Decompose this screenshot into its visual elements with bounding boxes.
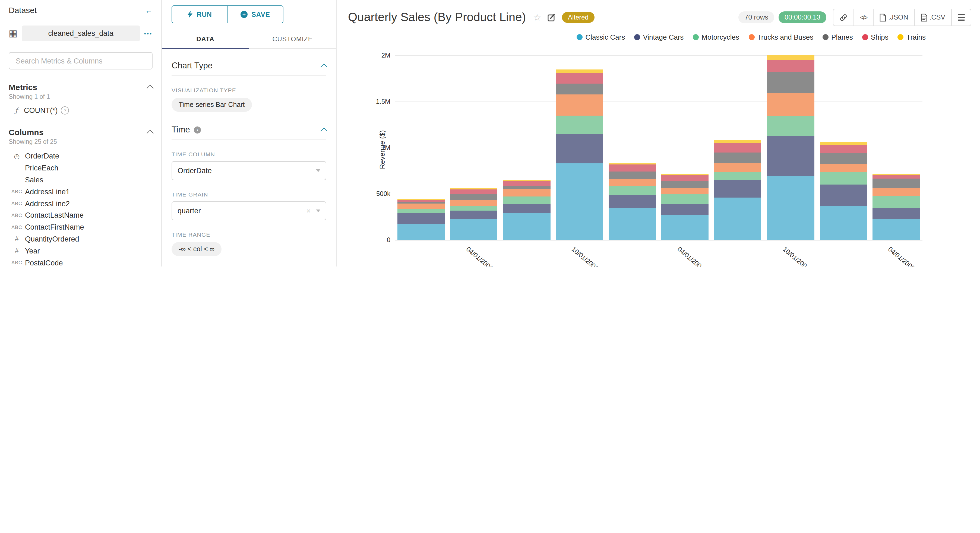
bar-segment-Vintage Cars[interactable] xyxy=(819,185,867,205)
bar-segment-Classic Cars[interactable] xyxy=(872,218,920,240)
stacked-bar-01/01/2004[interactable] xyxy=(609,163,656,240)
bar-segment-Vintage Cars[interactable] xyxy=(661,204,708,215)
stacked-bar-04/01/2005[interactable] xyxy=(872,174,920,240)
run-button[interactable]: RUN xyxy=(172,6,228,23)
bar-segment-Classic Cars[interactable] xyxy=(609,208,656,240)
bar-segment-Ships[interactable] xyxy=(503,181,550,186)
bar-segment-Motorcycles[interactable] xyxy=(556,115,603,134)
legend-item-Vintage Cars[interactable]: Vintage Cars xyxy=(634,33,684,41)
bar-segment-Planes[interactable] xyxy=(450,194,498,200)
bar-segment-Planes[interactable] xyxy=(872,178,920,188)
column-item-PostalCode[interactable]: ABCPostalCode xyxy=(9,257,153,266)
share-link-button[interactable] xyxy=(834,9,853,25)
column-item-ContactLastName[interactable]: ABCContactLastName xyxy=(9,210,153,221)
bar-segment-Motorcycles[interactable] xyxy=(398,209,445,213)
column-item-ContactFirstName[interactable]: ABCContactFirstName xyxy=(9,221,153,233)
bar-segment-Trucks and Buses[interactable] xyxy=(450,200,498,206)
bar-segment-Trucks and Buses[interactable] xyxy=(609,179,656,186)
export-json-button[interactable]: .JSON xyxy=(873,9,914,25)
column-item-QuantityOrdered[interactable]: #QuantityOrdered xyxy=(9,233,153,245)
collapse-panel-icon[interactable]: ← xyxy=(145,7,153,13)
bar-segment-Trains[interactable] xyxy=(767,55,814,60)
bar-segment-Motorcycles[interactable] xyxy=(609,186,656,195)
save-button[interactable]: + SAVE xyxy=(228,6,283,23)
bar-segment-Planes[interactable] xyxy=(661,181,708,188)
tab-customize[interactable]: CUSTOMIZE xyxy=(249,32,336,48)
bar-segment-Classic Cars[interactable] xyxy=(767,176,814,240)
bar-segment-Ships[interactable] xyxy=(714,143,762,153)
legend-item-Trains[interactable]: Trains xyxy=(898,33,926,41)
bar-segment-Classic Cars[interactable] xyxy=(398,224,445,240)
stacked-bar-10/01/2003[interactable] xyxy=(556,69,603,240)
bar-segment-Motorcycles[interactable] xyxy=(872,196,920,208)
bar-segment-Trucks and Buses[interactable] xyxy=(556,95,603,116)
visualization-type-value[interactable]: Time-series Bar Chart xyxy=(172,98,252,112)
stacked-bar-04/01/2003[interactable] xyxy=(450,188,498,240)
bar-segment-Vintage Cars[interactable] xyxy=(872,208,920,219)
bar-segment-Planes[interactable] xyxy=(819,153,867,164)
bar-segment-Planes[interactable] xyxy=(767,72,814,93)
bar-segment-Vintage Cars[interactable] xyxy=(767,136,814,176)
column-item-Sales[interactable]: Sales xyxy=(9,174,153,186)
column-item-AddressLine2[interactable]: ABCAddressLine2 xyxy=(9,197,153,210)
legend-item-Trucks and Buses[interactable]: Trucks and Buses xyxy=(748,33,813,41)
bar-segment-Trains[interactable] xyxy=(556,69,603,73)
clear-icon[interactable]: × xyxy=(307,207,316,215)
bar-segment-Planes[interactable] xyxy=(714,153,762,162)
time-range-value[interactable]: -∞ ≤ col < ∞ xyxy=(172,242,221,256)
column-item-Year[interactable]: #Year xyxy=(9,245,153,257)
favorite-star-icon[interactable]: ☆ xyxy=(533,12,541,23)
bar-segment-Motorcycles[interactable] xyxy=(714,172,762,180)
tab-data[interactable]: DATA xyxy=(162,32,249,48)
stacked-bar-07/01/2003[interactable] xyxy=(503,180,550,240)
bar-segment-Trains[interactable] xyxy=(819,142,867,145)
bar-segment-Motorcycles[interactable] xyxy=(450,206,498,210)
bar-segment-Motorcycles[interactable] xyxy=(819,172,867,185)
bar-segment-Motorcycles[interactable] xyxy=(767,116,814,136)
bar-segment-Trucks and Buses[interactable] xyxy=(767,93,814,116)
export-csv-button[interactable]: .CSV xyxy=(914,9,951,25)
time-column-select[interactable]: OrderDate xyxy=(172,161,326,180)
dataset-name[interactable]: cleaned_sales_data xyxy=(22,25,140,41)
bar-segment-Vintage Cars[interactable] xyxy=(450,210,498,219)
legend-item-Planes[interactable]: Planes xyxy=(822,33,853,41)
bar-segment-Trucks and Buses[interactable] xyxy=(714,163,762,172)
time-grain-select[interactable]: quarter × xyxy=(172,201,326,220)
stacked-bar-01/01/2005[interactable] xyxy=(819,142,867,240)
bar-segment-Ships[interactable] xyxy=(609,165,656,172)
bar-segment-Trucks and Buses[interactable] xyxy=(819,164,867,172)
embed-code-button[interactable]: </> xyxy=(853,9,873,25)
bar-segment-Vintage Cars[interactable] xyxy=(556,134,603,163)
chart-type-collapse-icon[interactable] xyxy=(320,63,327,70)
column-item-OrderDate[interactable]: ◷OrderDate xyxy=(9,150,153,162)
column-item-PriceEach[interactable]: PriceEach xyxy=(9,162,153,174)
legend-item-Ships[interactable]: Ships xyxy=(862,33,889,41)
bar-segment-Vintage Cars[interactable] xyxy=(714,180,762,197)
bar-segment-Planes[interactable] xyxy=(556,84,603,95)
bar-segment-Ships[interactable] xyxy=(767,60,814,72)
bar-segment-Trucks and Buses[interactable] xyxy=(872,188,920,196)
bar-segment-Ships[interactable] xyxy=(398,200,445,202)
metrics-collapse-icon[interactable] xyxy=(146,85,153,91)
metrics-columns-search[interactable] xyxy=(9,52,153,70)
legend-item-Classic Cars[interactable]: Classic Cars xyxy=(577,33,625,41)
metrics-columns-search-input[interactable] xyxy=(15,56,146,65)
dataset-more-menu[interactable]: ••• xyxy=(144,31,153,36)
legend-item-Motorcycles[interactable]: Motorcycles xyxy=(693,33,739,41)
bar-segment-Planes[interactable] xyxy=(503,186,550,189)
menu-button[interactable] xyxy=(951,9,971,25)
bar-segment-Classic Cars[interactable] xyxy=(714,197,762,240)
bar-segment-Classic Cars[interactable] xyxy=(503,213,550,240)
bar-segment-Ships[interactable] xyxy=(556,73,603,84)
bar-segment-Ships[interactable] xyxy=(819,145,867,153)
columns-collapse-icon[interactable] xyxy=(146,130,153,137)
bar-segment-Ships[interactable] xyxy=(450,190,498,194)
altered-badge[interactable]: Altered xyxy=(562,12,595,23)
metric-item[interactable]: ƒ COUNT(*) ? xyxy=(9,107,153,115)
bar-segment-Ships[interactable] xyxy=(661,175,708,181)
bar-segment-Classic Cars[interactable] xyxy=(661,215,708,240)
edit-pencil-icon[interactable] xyxy=(547,13,556,22)
stacked-bar-07/01/2004[interactable] xyxy=(714,140,762,240)
bar-segment-Vintage Cars[interactable] xyxy=(398,213,445,224)
bar-segment-Motorcycles[interactable] xyxy=(503,196,550,204)
